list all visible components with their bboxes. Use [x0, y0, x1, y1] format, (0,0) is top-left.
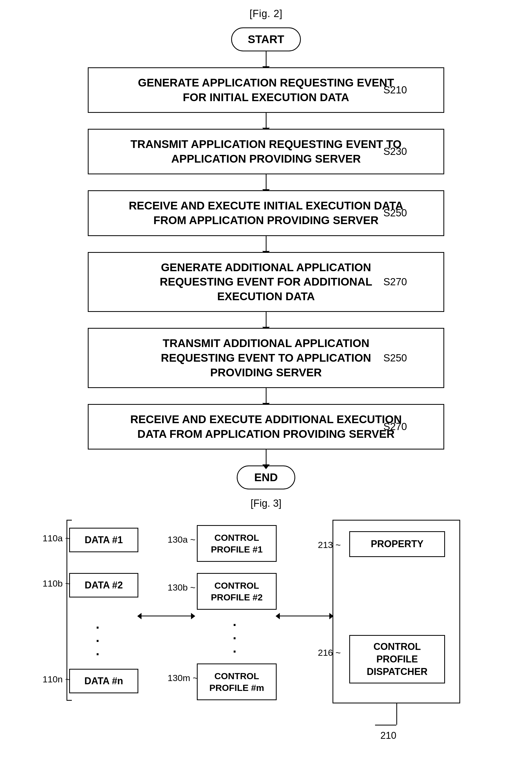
step-s250b-row: TRANSMIT ADDITIONAL APPLICATIONREQUESTIN…	[88, 328, 444, 388]
step-s250a-row: RECEIVE AND EXECUTE INITIAL EXECUTION DA…	[88, 190, 444, 236]
data-item-1: DATA #1	[69, 528, 138, 552]
cp-item-2: CONTROLPROFILE #2	[197, 573, 277, 610]
arrow-4	[266, 236, 267, 252]
h-arrow-left-mid	[141, 616, 192, 616]
ref-210-vline	[396, 703, 397, 725]
fig2-label: [Fig. 2]	[250, 8, 282, 19]
step-s250a-label: S250	[383, 207, 407, 219]
data-item-2-text: DATA #2	[85, 580, 123, 591]
arrow-3	[266, 174, 267, 190]
ref-130a: 130a ~	[168, 535, 196, 545]
ref-216: 216 ~	[318, 648, 341, 658]
fig3-label: [Fig. 3]	[251, 498, 281, 509]
arrow-2	[266, 113, 267, 129]
step-s250a-text: RECEIVE AND EXECUTE INITIAL EXECUTION DA…	[129, 199, 403, 226]
arrow-1	[266, 51, 267, 67]
step-s230-label: S230	[383, 146, 407, 157]
step-s210-label: S210	[383, 84, 407, 96]
step-s270b-label: S270	[383, 421, 407, 433]
cp-dots: ···	[233, 618, 236, 658]
ref-210-hline	[375, 725, 396, 726]
ref-213: 213 ~	[318, 540, 341, 550]
ref-130m: 130m ~	[168, 673, 198, 683]
fig2-flowchart: [Fig. 2] START GENERATE APPLICATION REQU…	[0, 8, 532, 490]
step-s270b-text: RECEIVE AND EXECUTE ADDITIONAL EXECUTION…	[130, 413, 402, 440]
arrow-7	[266, 450, 267, 466]
cp-item-1-text: CONTROLPROFILE #1	[211, 533, 263, 554]
data-item-n-text: DATA #n	[84, 675, 123, 686]
cp-item-m-text: CONTROLPROFILE #m	[209, 671, 264, 693]
step-s230-text: TRANSMIT APPLICATION REQUESTING EVENT TO…	[131, 138, 402, 165]
property-box: PROPERTY	[349, 531, 445, 557]
dots: ···	[96, 621, 99, 661]
arrow-5	[266, 312, 267, 328]
step-s210-text: GENERATE APPLICATION REQUESTING EVENTFOR…	[138, 76, 394, 103]
left-bracket-bot	[67, 700, 72, 701]
cpd-box: CONTROLPROFILEDISPATCHER	[349, 635, 445, 683]
left-bracket-v	[67, 520, 67, 701]
step-s270a-row: GENERATE ADDITIONAL APPLICATIONREQUESTIN…	[88, 252, 444, 312]
ref-130b: 130b ~	[168, 582, 196, 593]
data-item-2: DATA #2	[69, 573, 138, 598]
step-s270a-label: S270	[383, 276, 407, 288]
step-s270b-row: RECEIVE AND EXECUTE ADDITIONAL EXECUTION…	[88, 404, 444, 450]
data-item-1-text: DATA #1	[85, 535, 123, 545]
start-oval: START	[231, 27, 301, 51]
cp-item-1: CONTROLPROFILE #1	[197, 525, 277, 562]
arrow-6	[266, 388, 267, 404]
step-s270a-text: GENERATE ADDITIONAL APPLICATIONREQUESTIN…	[160, 261, 372, 302]
fig3-inner: DATA #1 110a ~ DATA #2 110b ~ ··· DATA #…	[27, 520, 505, 759]
h-arrow-mid-right	[279, 616, 330, 616]
fig3-diagram: [Fig. 3] DATA #1 110a ~ DATA #2 110b ~ ·…	[0, 498, 532, 759]
step-s250b-label: S250	[383, 352, 407, 364]
cp-item-m: CONTROLPROFILE #m	[197, 664, 277, 700]
right-group-border: PROPERTY CONTROLPROFILEDISPATCHER	[333, 520, 460, 703]
property-text: PROPERTY	[371, 538, 423, 549]
left-bracket-top	[67, 520, 72, 521]
cpd-text: CONTROLPROFILEDISPATCHER	[367, 641, 428, 677]
ref-210-label: 210	[380, 730, 396, 741]
step-s210-row: GENERATE APPLICATION REQUESTING EVENTFOR…	[88, 67, 444, 113]
cp-item-2-text: CONTROLPROFILE #2	[211, 581, 263, 602]
step-s230-row: TRANSMIT APPLICATION REQUESTING EVENT TO…	[88, 129, 444, 174]
step-s250b-text: TRANSMIT ADDITIONAL APPLICATIONREQUESTIN…	[161, 337, 371, 378]
data-item-n: DATA #n	[69, 669, 138, 693]
